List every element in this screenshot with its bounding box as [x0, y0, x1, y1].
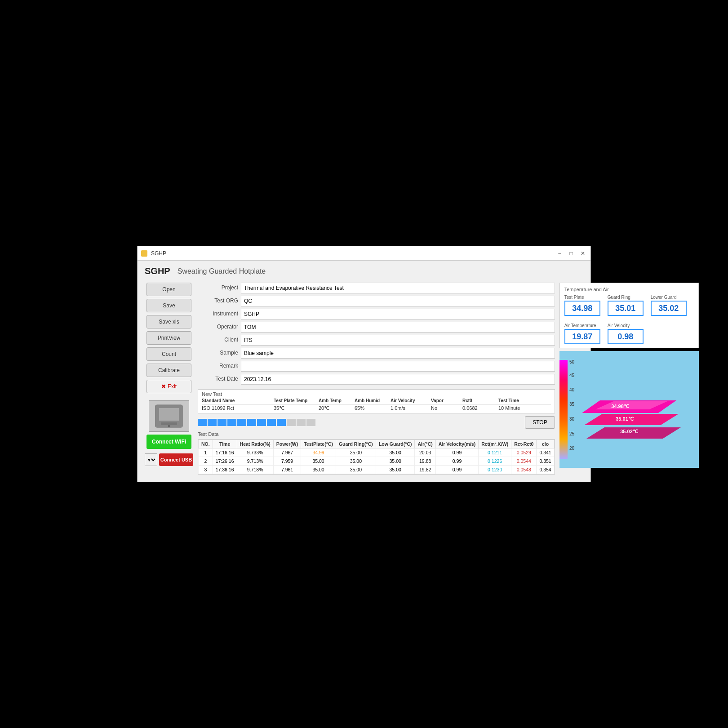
center-panel: Project Test ORG Instrument Operator Cli… [198, 283, 555, 475]
td-guard-ring: 35.00 [336, 457, 376, 466]
save-button[interactable]: Save [146, 299, 191, 312]
guard-ring-reading: Guard Ring 35.01 [608, 295, 644, 316]
device-svg [151, 403, 187, 430]
test-org-label: Test ORG [198, 296, 238, 306]
right-panel: Temperature and Air Test Plate 34.98 Gua… [559, 283, 699, 475]
printview-button[interactable]: PrintView [146, 331, 191, 345]
td-air-velocity: 0.99 [435, 466, 478, 474]
connect-wifi-button[interactable]: Connect WiFi [146, 435, 191, 449]
progress-block-9 [287, 419, 296, 426]
td-time: 17:36:16 [213, 466, 237, 474]
sample-label: Sample [198, 348, 238, 359]
temperature-section: Temperature and Air Test Plate 34.98 Gua… [559, 283, 699, 348]
table-row: 2 17:26:16 9.713% 7.959 35.00 35.00 35.0… [199, 457, 555, 466]
client-input[interactable] [241, 335, 555, 346]
td-rct-rct0: 0.0548 [511, 466, 537, 474]
progress-blocks [198, 419, 315, 426]
th-clo: clo [537, 440, 554, 448]
app-header: SGHP Sweating Guarded Hotplate [145, 266, 583, 276]
operator-label: Operator [198, 322, 238, 333]
progress-bar-row: STOP [198, 416, 555, 429]
title-bar-buttons: − □ ✕ [555, 249, 587, 257]
remark-input[interactable] [241, 361, 555, 372]
air-velocity-reading: Air Velocity 0.98 [608, 323, 644, 344]
svg-text:50: 50 [569, 360, 575, 364]
count-button[interactable]: Count [146, 347, 191, 361]
td-heat-ratio: 9.718% [237, 466, 273, 474]
progress-block-5 [247, 419, 256, 426]
connect-usb-button[interactable]: Connect USB [159, 453, 193, 466]
td-time: 17:26:16 [213, 457, 237, 466]
td-clo: 0.341 [537, 448, 554, 457]
svg-rect-1 [159, 408, 179, 421]
calibrate-button[interactable]: Calibrate [146, 364, 191, 377]
progress-block-1 [208, 419, 217, 426]
project-label: Project [198, 283, 238, 293]
th-air: Air(°C) [415, 440, 435, 448]
std-name: ISO 11092 Rct [202, 405, 274, 411]
open-button[interactable]: Open [146, 283, 191, 296]
td-no: 1 [199, 448, 213, 457]
air-velocity-value: 0.98 [608, 329, 644, 344]
td-heat-ratio: 9.713% [237, 457, 273, 466]
table-row: 3 17:36:16 9.718% 7.961 35.00 35.00 35.0… [199, 466, 555, 474]
std-air-vel: 1.0m/s [391, 405, 431, 411]
form-grid: Project Test ORG Instrument Operator Cli… [198, 283, 555, 385]
td-low-guard: 35.00 [376, 448, 415, 457]
td-clo: 0.351 [537, 457, 554, 466]
sample-input[interactable] [241, 348, 555, 359]
td-power: 7.959 [273, 457, 301, 466]
td-clo: 0.354 [537, 466, 554, 474]
heatmap-svg: 50 45 40 35 30 25 20 [559, 351, 699, 468]
std-header-amb-humid: Amb Humid [355, 398, 391, 403]
th-low-guard: Low Guard(°C) [376, 440, 415, 448]
table-header-row: NO. Time Heat Ratio(%) Power(W) TestPlat… [199, 440, 555, 448]
td-heat-ratio: 9.733% [237, 448, 273, 457]
app-content: SGHP Sweating Guarded Hotplate Open Save… [138, 261, 590, 482]
air-velocity-label: Air Velocity [608, 323, 644, 328]
stop-button[interactable]: STOP [525, 416, 555, 429]
air-temp-value: 19.87 [564, 329, 600, 344]
operator-input[interactable] [241, 322, 555, 333]
save-xls-button[interactable]: Save xls [146, 315, 191, 328]
close-button[interactable]: ✕ [579, 249, 587, 257]
title-bar-icon [141, 250, 147, 257]
instrument-input[interactable] [241, 309, 555, 320]
test-plate-reading: Test Plate 34.98 [564, 295, 600, 316]
svg-text:30: 30 [569, 417, 575, 422]
svg-text:20: 20 [569, 446, 575, 451]
project-input[interactable] [241, 283, 555, 293]
svg-text:25: 25 [569, 431, 575, 436]
td-no: 2 [199, 457, 213, 466]
svg-text:45: 45 [569, 373, 575, 378]
progress-block-8 [277, 419, 286, 426]
minimize-button[interactable]: − [555, 249, 564, 257]
th-no: NO. [199, 440, 213, 448]
app-name: SGHP [145, 266, 170, 276]
app-window: SGHP − □ ✕ SGHP Sweating Guarded Hotplat… [137, 246, 591, 482]
test-plate-label: Test Plate [564, 295, 600, 300]
td-guard-ring: 35.00 [336, 466, 376, 474]
exit-button[interactable]: ✖ Exit [146, 380, 191, 393]
maximize-button[interactable]: □ [567, 249, 575, 257]
svg-text:35.01℃: 35.01℃ [616, 416, 634, 422]
td-air-velocity: 0.99 [435, 448, 478, 457]
svg-text:34.98℃: 34.98℃ [611, 404, 630, 409]
progress-block-10 [297, 419, 306, 426]
usb-port-select[interactable]: ▼ [145, 453, 157, 466]
remark-label: Remark [198, 361, 238, 372]
td-air: 20.03 [415, 448, 435, 457]
test-date-input[interactable] [241, 374, 555, 385]
title-bar-title: SGHP [151, 250, 555, 257]
th-rct: Rct(m².K/W) [479, 440, 511, 448]
td-power: 7.967 [273, 448, 301, 457]
test-org-input[interactable] [241, 296, 555, 306]
td-no: 3 [199, 466, 213, 474]
th-time: Time [213, 440, 237, 448]
std-test-time: 10 Minute [498, 405, 534, 411]
td-rct: 0.1211 [479, 448, 511, 457]
instrument-label: Instrument [198, 309, 238, 320]
exit-label: Exit [168, 383, 177, 390]
new-test-label[interactable]: New Test [202, 391, 551, 397]
air-temp-label: Air Temperature [564, 323, 600, 328]
